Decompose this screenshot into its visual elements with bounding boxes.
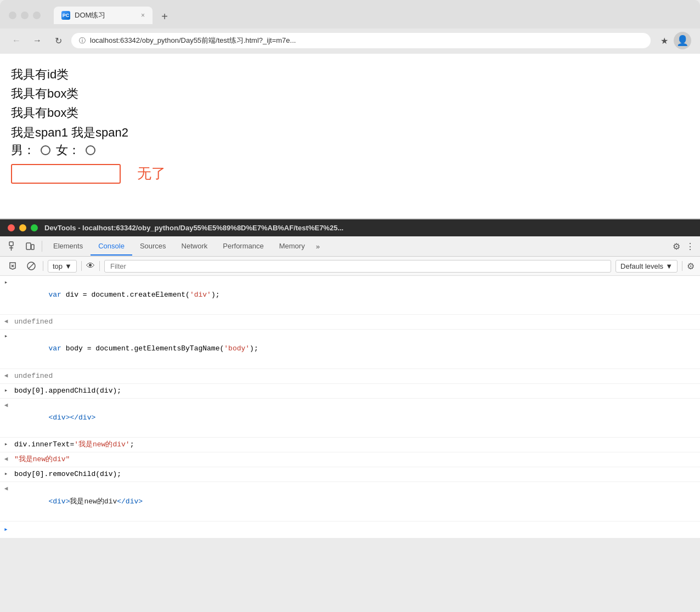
console-result-3: <div></div> [12, 400, 700, 436]
console-result-4: "我是new的div" [12, 454, 700, 466]
profile-avatar[interactable]: 👤 [674, 32, 691, 49]
console-output-row-4: ◀ "我是new的div" [0, 452, 700, 467]
title-bar: PC DOM练习 × + [0, 0, 700, 29]
minimize-button[interactable] [21, 12, 29, 19]
toolbar-separator-4 [682, 261, 682, 271]
console-output-row-1: ◀ undefined [0, 315, 700, 330]
tab-console[interactable]: Console [91, 237, 132, 256]
block-errors-button[interactable] [24, 259, 38, 273]
console-input-row-2: ▸ var body = document.getElementsByTagNa… [0, 330, 700, 369]
console-input-row-3: ▸ body[0].appendChild(div); [0, 384, 700, 399]
console-output: ▸ var div = document.createElement('div'… [0, 276, 700, 538]
tab-favicon: PC [61, 11, 70, 20]
url-text: localhost:63342/oby_python/Day55前端/test练… [90, 36, 643, 46]
console-code-5: body[0].removeChild(div); [12, 468, 700, 480]
devtools-settings-button[interactable]: ⚙ [673, 241, 680, 252]
console-code-1: var div = document.createElement('div'); [12, 277, 700, 313]
tab-separator [42, 241, 42, 252]
more-tabs-button[interactable]: » [313, 238, 323, 255]
devtools-title: DevTools - localhost:63342/oby_python/Da… [44, 224, 343, 232]
toolbar-separator-3 [99, 261, 100, 271]
console-code-2: var body = document.getElementsByTagName… [12, 331, 700, 367]
output-caret-2: ◀ [0, 370, 12, 381]
span-text: 我是span1 我是span2 [11, 123, 689, 142]
box-class-text-1: 我具有box类 [11, 84, 689, 103]
reload-button[interactable]: ↻ [50, 33, 66, 48]
clear-console-button[interactable] [5, 259, 20, 273]
devtools-title-bar: DevTools - localhost:63342/oby_python/Da… [0, 219, 700, 236]
input-caret-4: ▸ [0, 439, 12, 450]
output-caret-1: ◀ [0, 316, 12, 327]
tab-title: DOM练习 [75, 10, 105, 20]
devtools-close-button[interactable] [8, 224, 15, 231]
new-tab-button[interactable]: + [157, 9, 172, 24]
security-icon: ⓘ [79, 36, 86, 46]
devtools-window: DevTools - localhost:63342/oby_python/Da… [0, 218, 700, 538]
console-code-4: div.innerText='我是new的div'; [12, 439, 700, 451]
male-radio[interactable] [41, 145, 50, 155]
maximize-button[interactable] [33, 12, 41, 19]
levels-dropdown[interactable]: Default levels ▼ [616, 260, 678, 273]
devtools-minimize-button[interactable] [19, 224, 26, 231]
filter-input[interactable] [104, 260, 611, 273]
levels-chevron-icon: ▼ [665, 262, 673, 270]
url-bar[interactable]: ⓘ localhost:63342/oby_python/Day55前端/tes… [71, 33, 651, 48]
console-input-row-4: ▸ div.innerText='我是new的div'; [0, 438, 700, 452]
svg-rect-0 [9, 242, 13, 246]
output-caret-4: ◀ [0, 454, 12, 464]
output-caret-3: ◀ [0, 400, 12, 411]
tab-elements[interactable]: Elements [46, 237, 91, 256]
console-output-row-2: ◀ undefined [0, 369, 700, 384]
browser-window: PC DOM练习 × + ← → ↻ ⓘ localhost:63342/oby… [0, 0, 700, 218]
input-caret-2: ▸ [0, 331, 12, 342]
toolbar-separator [43, 261, 43, 271]
tab-performance[interactable]: Performance [215, 237, 271, 256]
address-bar: ← → ↻ ⓘ localhost:63342/oby_python/Day55… [0, 29, 700, 54]
female-radio[interactable] [86, 145, 95, 155]
tab-memory[interactable]: Memory [272, 237, 313, 256]
svg-line-9 [29, 263, 34, 269]
traffic-lights [9, 12, 41, 19]
svg-rect-4 [31, 245, 34, 250]
console-result-2: undefined [12, 370, 700, 382]
active-tab[interactable]: PC DOM练习 × [54, 7, 153, 24]
tab-close-button[interactable]: × [141, 12, 145, 19]
eye-icon[interactable]: 👁 [86, 261, 95, 271]
close-button[interactable] [9, 12, 16, 19]
console-prompt-line[interactable]: ▸ [0, 522, 700, 538]
toolbar-separator-2 [81, 261, 82, 271]
forward-button[interactable]: → [30, 33, 45, 48]
male-label: 男： [11, 142, 35, 158]
female-label: 女： [56, 142, 80, 158]
input-caret-1: ▸ [0, 277, 12, 288]
prompt-caret-icon: ▸ [0, 524, 12, 536]
svg-rect-3 [26, 243, 31, 250]
output-caret-5: ◀ [0, 483, 12, 494]
console-input-row-1: ▸ var div = document.createElement('div'… [0, 276, 700, 315]
chevron-down-icon: ▼ [65, 262, 72, 270]
console-toolbar: top ▼ 👁 Default levels ▼ ⚙ [0, 257, 700, 276]
devtools-maximize-button[interactable] [31, 224, 38, 231]
devtools-more-button[interactable]: ⋮ [686, 241, 695, 252]
console-output-row-5: ◀ <div>我是new的div</div> [0, 482, 700, 521]
red-bordered-input[interactable] [11, 164, 121, 184]
tab-sources[interactable]: Sources [132, 237, 174, 256]
id-class-text: 我具有id类 [11, 65, 689, 84]
tab-network[interactable]: Network [174, 237, 216, 256]
devtools-traffic-lights [8, 224, 38, 231]
console-result-1: undefined [12, 316, 700, 328]
tab-bar: PC DOM练习 × + [54, 7, 172, 24]
bookmark-button[interactable]: ★ [661, 36, 668, 46]
wu-text: 无了 [137, 164, 166, 183]
inspect-element-button[interactable] [5, 236, 22, 256]
context-dropdown[interactable]: top ▼ [48, 260, 77, 273]
devtools-right-icons: ⚙ ⋮ [673, 241, 695, 252]
back-button[interactable]: ← [9, 33, 24, 48]
device-toolbar-button[interactable] [22, 236, 38, 256]
page-content: 我具有id类 我具有box类 我具有box类 我是span1 我是span2 男… [0, 54, 700, 218]
box-class-text-2: 我具有box类 [11, 103, 689, 122]
input-caret-5: ▸ [0, 468, 12, 479]
gender-line: 男： 女： [11, 142, 689, 158]
input-line: 无了 [11, 164, 689, 184]
console-settings-button[interactable]: ⚙ [687, 261, 695, 271]
